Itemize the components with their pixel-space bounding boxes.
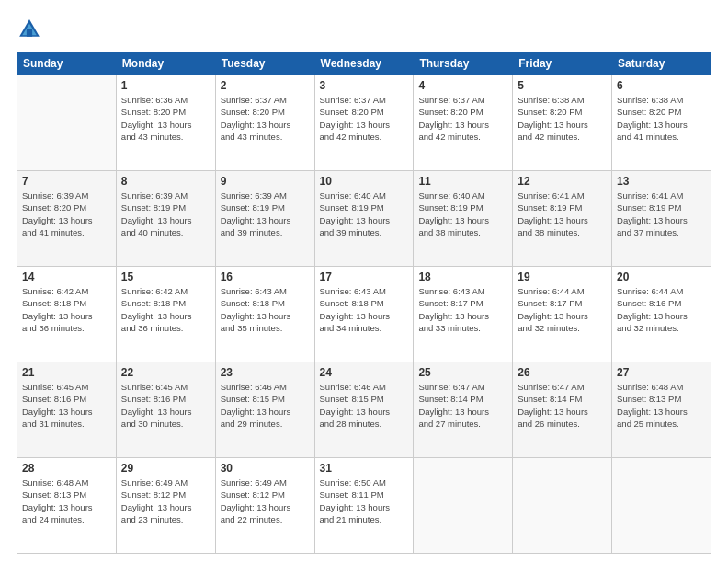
- day-number: 4: [418, 79, 507, 92]
- calendar-cell: 8Sunrise: 6:39 AM Sunset: 8:19 PM Daylig…: [116, 171, 215, 267]
- day-number: 21: [22, 366, 111, 379]
- day-info: Sunrise: 6:40 AM Sunset: 8:19 PM Dayligh…: [320, 190, 409, 238]
- day-number: 12: [518, 175, 607, 188]
- calendar-cell: 11Sunrise: 6:40 AM Sunset: 8:19 PM Dayli…: [414, 171, 513, 267]
- day-number: 22: [121, 366, 210, 379]
- logo-icon: [17, 17, 42, 42]
- day-info: Sunrise: 6:40 AM Sunset: 8:19 PM Dayligh…: [418, 190, 507, 238]
- day-info: Sunrise: 6:36 AM Sunset: 8:20 PM Dayligh…: [121, 94, 210, 143]
- calendar-cell: 10Sunrise: 6:40 AM Sunset: 8:19 PM Dayli…: [314, 171, 414, 267]
- calendar-cell: 19Sunrise: 6:44 AM Sunset: 8:17 PM Dayli…: [513, 267, 612, 362]
- day-number: 11: [418, 175, 507, 188]
- calendar-week-5: 28Sunrise: 6:48 AM Sunset: 8:13 PM Dayli…: [17, 458, 711, 554]
- page: SundayMondayTuesdayWednesdayThursdayFrid…: [0, 0, 728, 563]
- day-number: 9: [221, 175, 310, 188]
- day-info: Sunrise: 6:47 AM Sunset: 8:14 PM Dayligh…: [518, 381, 607, 430]
- svg-rect-2: [27, 29, 32, 37]
- day-info: Sunrise: 6:37 AM Sunset: 8:20 PM Dayligh…: [320, 94, 409, 143]
- day-number: 15: [121, 270, 210, 283]
- day-number: 14: [22, 270, 111, 283]
- day-number: 20: [617, 270, 706, 283]
- calendar-cell: 31Sunrise: 6:50 AM Sunset: 8:11 PM Dayli…: [314, 458, 414, 554]
- calendar-cell: 3Sunrise: 6:37 AM Sunset: 8:20 PM Daylig…: [314, 75, 414, 171]
- calendar-cell: 17Sunrise: 6:43 AM Sunset: 8:18 PM Dayli…: [314, 267, 414, 362]
- day-info: Sunrise: 6:44 AM Sunset: 8:16 PM Dayligh…: [617, 285, 706, 334]
- calendar-cell: 14Sunrise: 6:42 AM Sunset: 8:18 PM Dayli…: [17, 267, 117, 362]
- day-number: 16: [221, 270, 310, 283]
- day-number: 17: [320, 270, 409, 283]
- day-info: Sunrise: 6:49 AM Sunset: 8:12 PM Dayligh…: [221, 477, 310, 525]
- day-number: 1: [121, 79, 210, 92]
- day-number: 8: [121, 175, 210, 188]
- day-info: Sunrise: 6:49 AM Sunset: 8:12 PM Dayligh…: [121, 477, 210, 525]
- day-number: 19: [518, 270, 607, 283]
- calendar-cell: 9Sunrise: 6:39 AM Sunset: 8:19 PM Daylig…: [215, 171, 314, 267]
- day-info: Sunrise: 6:37 AM Sunset: 8:20 PM Dayligh…: [418, 94, 507, 143]
- calendar-cell: [612, 458, 711, 554]
- day-number: 26: [518, 366, 607, 379]
- logo: [17, 17, 46, 42]
- calendar-cell: 18Sunrise: 6:43 AM Sunset: 8:17 PM Dayli…: [414, 267, 513, 362]
- calendar-week-1: 1Sunrise: 6:36 AM Sunset: 8:20 PM Daylig…: [17, 75, 711, 171]
- calendar-cell: 28Sunrise: 6:48 AM Sunset: 8:13 PM Dayli…: [17, 458, 117, 554]
- calendar-cell: [513, 458, 612, 554]
- calendar-cell: 2Sunrise: 6:37 AM Sunset: 8:20 PM Daylig…: [215, 75, 314, 171]
- day-number: 25: [418, 366, 507, 379]
- calendar-header-tuesday: Tuesday: [215, 52, 314, 75]
- calendar-cell: 29Sunrise: 6:49 AM Sunset: 8:12 PM Dayli…: [116, 458, 215, 554]
- calendar-header-monday: Monday: [116, 52, 215, 75]
- calendar-week-4: 21Sunrise: 6:45 AM Sunset: 8:16 PM Dayli…: [17, 362, 711, 458]
- calendar-cell: 13Sunrise: 6:41 AM Sunset: 8:19 PM Dayli…: [612, 171, 711, 267]
- day-info: Sunrise: 6:46 AM Sunset: 8:15 PM Dayligh…: [320, 381, 409, 430]
- day-info: Sunrise: 6:41 AM Sunset: 8:19 PM Dayligh…: [518, 190, 607, 238]
- day-info: Sunrise: 6:38 AM Sunset: 8:20 PM Dayligh…: [518, 94, 607, 143]
- calendar-header-sunday: Sunday: [17, 52, 117, 75]
- day-info: Sunrise: 6:45 AM Sunset: 8:16 PM Dayligh…: [22, 381, 111, 430]
- day-info: Sunrise: 6:39 AM Sunset: 8:19 PM Dayligh…: [221, 190, 310, 238]
- day-info: Sunrise: 6:42 AM Sunset: 8:18 PM Dayligh…: [22, 285, 111, 334]
- day-number: 6: [617, 79, 706, 92]
- day-info: Sunrise: 6:43 AM Sunset: 8:18 PM Dayligh…: [320, 285, 409, 334]
- calendar-cell: [414, 458, 513, 554]
- calendar-cell: 7Sunrise: 6:39 AM Sunset: 8:20 PM Daylig…: [17, 171, 117, 267]
- calendar-cell: 22Sunrise: 6:45 AM Sunset: 8:16 PM Dayli…: [116, 362, 215, 458]
- day-number: 10: [320, 175, 409, 188]
- day-number: 23: [221, 366, 310, 379]
- calendar-cell: 27Sunrise: 6:48 AM Sunset: 8:13 PM Dayli…: [612, 362, 711, 458]
- calendar-cell: 15Sunrise: 6:42 AM Sunset: 8:18 PM Dayli…: [116, 267, 215, 362]
- day-info: Sunrise: 6:43 AM Sunset: 8:17 PM Dayligh…: [418, 285, 507, 334]
- day-number: 7: [22, 175, 111, 188]
- day-info: Sunrise: 6:46 AM Sunset: 8:15 PM Dayligh…: [221, 381, 310, 430]
- day-number: 30: [221, 462, 310, 475]
- calendar-cell: 24Sunrise: 6:46 AM Sunset: 8:15 PM Dayli…: [314, 362, 414, 458]
- calendar-cell: 20Sunrise: 6:44 AM Sunset: 8:16 PM Dayli…: [612, 267, 711, 362]
- calendar-week-2: 7Sunrise: 6:39 AM Sunset: 8:20 PM Daylig…: [17, 171, 711, 267]
- calendar-cell: 12Sunrise: 6:41 AM Sunset: 8:19 PM Dayli…: [513, 171, 612, 267]
- calendar-cell: 4Sunrise: 6:37 AM Sunset: 8:20 PM Daylig…: [414, 75, 513, 171]
- day-number: 13: [617, 175, 706, 188]
- calendar-header-wednesday: Wednesday: [314, 52, 414, 75]
- calendar-week-3: 14Sunrise: 6:42 AM Sunset: 8:18 PM Dayli…: [17, 267, 711, 362]
- calendar-cell: 21Sunrise: 6:45 AM Sunset: 8:16 PM Dayli…: [17, 362, 117, 458]
- day-info: Sunrise: 6:39 AM Sunset: 8:19 PM Dayligh…: [121, 190, 210, 238]
- day-info: Sunrise: 6:47 AM Sunset: 8:14 PM Dayligh…: [418, 381, 507, 430]
- calendar-cell: 25Sunrise: 6:47 AM Sunset: 8:14 PM Dayli…: [414, 362, 513, 458]
- calendar: SundayMondayTuesdayWednesdayThursdayFrid…: [17, 52, 711, 554]
- day-number: 29: [121, 462, 210, 475]
- day-number: 5: [518, 79, 607, 92]
- calendar-header-saturday: Saturday: [612, 52, 711, 75]
- calendar-cell: 16Sunrise: 6:43 AM Sunset: 8:18 PM Dayli…: [215, 267, 314, 362]
- day-info: Sunrise: 6:38 AM Sunset: 8:20 PM Dayligh…: [617, 94, 706, 143]
- day-number: 3: [320, 79, 409, 92]
- calendar-header-thursday: Thursday: [414, 52, 513, 75]
- calendar-cell: 5Sunrise: 6:38 AM Sunset: 8:20 PM Daylig…: [513, 75, 612, 171]
- day-info: Sunrise: 6:42 AM Sunset: 8:18 PM Dayligh…: [121, 285, 210, 334]
- day-info: Sunrise: 6:39 AM Sunset: 8:20 PM Dayligh…: [22, 190, 111, 238]
- day-info: Sunrise: 6:48 AM Sunset: 8:13 PM Dayligh…: [22, 477, 111, 525]
- header: [17, 17, 711, 42]
- day-info: Sunrise: 6:37 AM Sunset: 8:20 PM Dayligh…: [221, 94, 310, 143]
- day-number: 24: [320, 366, 409, 379]
- day-info: Sunrise: 6:45 AM Sunset: 8:16 PM Dayligh…: [121, 381, 210, 430]
- calendar-header-row: SundayMondayTuesdayWednesdayThursdayFrid…: [17, 52, 711, 75]
- day-info: Sunrise: 6:44 AM Sunset: 8:17 PM Dayligh…: [518, 285, 607, 334]
